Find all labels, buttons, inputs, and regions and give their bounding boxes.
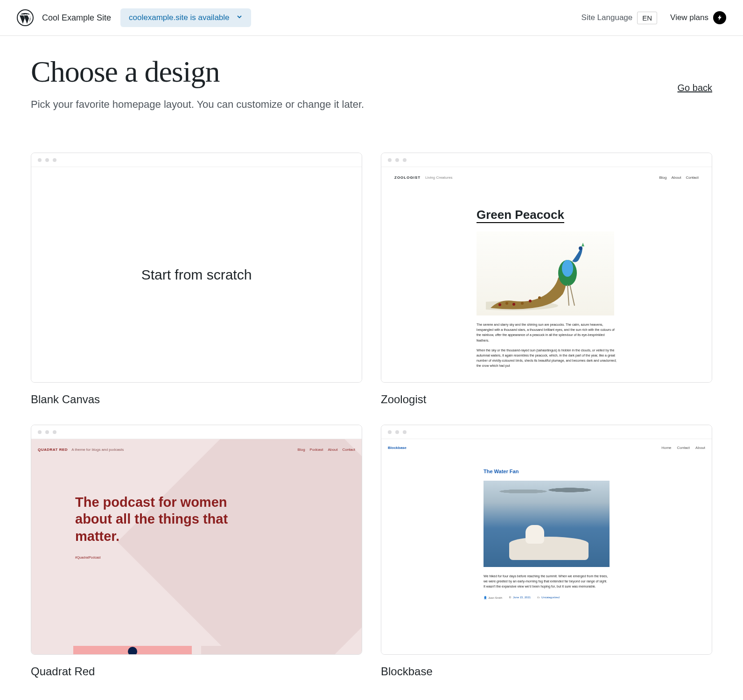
svg-point-2 bbox=[498, 303, 501, 306]
svg-line-12 bbox=[570, 285, 575, 306]
domain-pill-label: coolexample.site is available bbox=[129, 13, 229, 22]
theme-card-zoologist[interactable]: ZOOLOGIST Living Creatures Blog About Co… bbox=[381, 153, 712, 406]
chevron-down-icon bbox=[236, 13, 243, 22]
top-header: Cool Example Site coolexample.site is av… bbox=[0, 0, 743, 36]
chrome-dot-icon bbox=[45, 158, 49, 162]
page-title: Choose a design bbox=[31, 55, 364, 89]
svg-point-6 bbox=[529, 300, 532, 302]
preview-brand: ZOOLOGIST Living Creatures bbox=[394, 175, 453, 180]
nav-item: Contact bbox=[686, 175, 699, 180]
preview-nav: Home Contact About bbox=[661, 446, 705, 450]
start-from-scratch-label: Start from scratch bbox=[141, 267, 252, 283]
preview-bottom-cards bbox=[73, 646, 320, 654]
preview-nav: Blog About Contact bbox=[659, 175, 699, 180]
preview-paragraph: When the sky or the thousand-rayed sun (… bbox=[477, 348, 617, 369]
nav-item: About bbox=[695, 446, 705, 450]
chrome-dot-icon bbox=[45, 430, 49, 434]
domain-available-pill[interactable]: coolexample.site is available bbox=[120, 8, 251, 27]
chrome-dot-icon bbox=[395, 430, 399, 434]
card-box bbox=[201, 646, 320, 654]
boat-decoration bbox=[509, 537, 589, 560]
view-plans-label: View plans bbox=[670, 13, 708, 22]
preview-hero: The podcast for women about all the thin… bbox=[38, 494, 243, 559]
nav-item: Blog bbox=[298, 448, 305, 452]
theme-grid: Start from scratch Blank Canvas ZOOLOGIS… bbox=[0, 115, 743, 697]
theme-name: Blockbase bbox=[381, 665, 712, 678]
theme-preview: Start from scratch bbox=[31, 153, 362, 383]
title-left: Choose a design Pick your favorite homep… bbox=[31, 55, 364, 111]
language-selector[interactable]: Site Language EN bbox=[582, 12, 658, 24]
preview-image-waterfan bbox=[484, 481, 610, 567]
chrome-dot-icon bbox=[38, 430, 42, 434]
site-name: Cool Example Site bbox=[42, 13, 111, 23]
svg-point-9 bbox=[562, 260, 573, 277]
nav-item: About bbox=[672, 175, 681, 180]
page-subtitle: Pick your favorite homepage layout. You … bbox=[31, 98, 364, 111]
calendar-icon: 🗓 bbox=[509, 596, 512, 599]
preview-article-title: The Water Fan bbox=[484, 469, 610, 474]
hero-headline: The podcast for women about all the thin… bbox=[75, 494, 243, 545]
chrome-dot-icon bbox=[38, 158, 42, 162]
preview-chrome bbox=[31, 153, 362, 167]
svg-point-4 bbox=[512, 303, 515, 306]
chrome-dot-icon bbox=[403, 430, 407, 434]
preview-nav: Blog Podcast About Contact bbox=[298, 448, 355, 452]
nav-item: Contact bbox=[677, 446, 690, 450]
preview-paragraph: We hiked for four days before reaching t… bbox=[484, 574, 610, 589]
svg-point-7 bbox=[538, 296, 541, 299]
theme-name: Blank Canvas bbox=[31, 393, 362, 406]
language-code-badge: EN bbox=[637, 12, 657, 24]
brand-label: QUADRAT RED bbox=[38, 448, 68, 452]
preview-content: Green Peacock bbox=[477, 208, 617, 369]
theme-card-blank-canvas[interactable]: Start from scratch Blank Canvas bbox=[31, 153, 362, 406]
chrome-dot-icon bbox=[388, 158, 392, 162]
theme-card-quadrat-red[interactable]: QUADRAT RED A theme for blogs and podcas… bbox=[31, 425, 362, 678]
chrome-dot-icon bbox=[388, 430, 392, 434]
svg-point-3 bbox=[505, 302, 508, 305]
brand-label: ZOOLOGIST bbox=[394, 175, 421, 180]
preview-chrome bbox=[31, 425, 362, 439]
view-plans-link[interactable]: View plans bbox=[670, 11, 726, 24]
svg-point-10 bbox=[579, 246, 582, 250]
theme-name: Zoologist bbox=[381, 393, 712, 406]
chrome-dot-icon bbox=[395, 158, 399, 162]
wordpress-logo-icon[interactable] bbox=[17, 9, 34, 26]
go-back-link[interactable]: Go back bbox=[678, 83, 712, 93]
theme-preview: ZOOLOGIST Living Creatures Blog About Co… bbox=[381, 153, 712, 383]
svg-line-11 bbox=[568, 285, 569, 306]
card-box bbox=[73, 646, 192, 654]
preview-paragraph: The serene and starry sky and the shinin… bbox=[477, 322, 617, 343]
post-meta: 👤Joan Smith 🗓June 15, 2021 🗀Uncategorize… bbox=[484, 596, 610, 599]
category-meta: 🗀Uncategorized bbox=[537, 596, 560, 599]
clouds-decoration bbox=[488, 484, 605, 498]
bolt-icon bbox=[713, 11, 726, 24]
preview-article-title: Green Peacock bbox=[477, 208, 564, 223]
theme-card-blockbase[interactable]: Blockbase Home Contact About The Water F… bbox=[381, 425, 712, 678]
preview-body: Start from scratch bbox=[31, 167, 362, 382]
header-right: Site Language EN View plans bbox=[582, 11, 726, 24]
author-name: Joan Smith bbox=[488, 596, 502, 599]
tagline-label: A theme for blogs and podcasts bbox=[71, 448, 124, 452]
preview-chrome bbox=[381, 425, 712, 439]
avatar-icon bbox=[128, 647, 137, 654]
preview-body: ZOOLOGIST Living Creatures Blog About Co… bbox=[381, 167, 712, 382]
title-area: Choose a design Pick your favorite homep… bbox=[0, 36, 743, 115]
tagline-label: Living Creatures bbox=[425, 175, 452, 180]
language-label: Site Language bbox=[582, 13, 633, 22]
nav-item: About bbox=[328, 448, 338, 452]
author-meta: 👤Joan Smith bbox=[484, 596, 502, 599]
nav-item: Home bbox=[661, 446, 671, 450]
preview-body: Blockbase Home Contact About The Water F… bbox=[381, 439, 712, 654]
date-meta: 🗓June 15, 2021 bbox=[509, 596, 531, 599]
preview-body: QUADRAT RED A theme for blogs and podcas… bbox=[31, 439, 362, 654]
nav-item: Contact bbox=[342, 448, 355, 452]
preview-header: QUADRAT RED A theme for blogs and podcas… bbox=[38, 448, 355, 452]
preview-chrome bbox=[381, 153, 712, 167]
folder-icon: 🗀 bbox=[537, 596, 540, 599]
preview-brand: QUADRAT RED A theme for blogs and podcas… bbox=[38, 448, 124, 452]
svg-point-5 bbox=[521, 302, 524, 305]
nav-item: Blog bbox=[659, 175, 667, 180]
preview-header: ZOOLOGIST Living Creatures Blog About Co… bbox=[394, 175, 699, 180]
brand-label: Blockbase bbox=[388, 446, 407, 450]
theme-preview: QUADRAT RED A theme for blogs and podcas… bbox=[31, 425, 362, 655]
